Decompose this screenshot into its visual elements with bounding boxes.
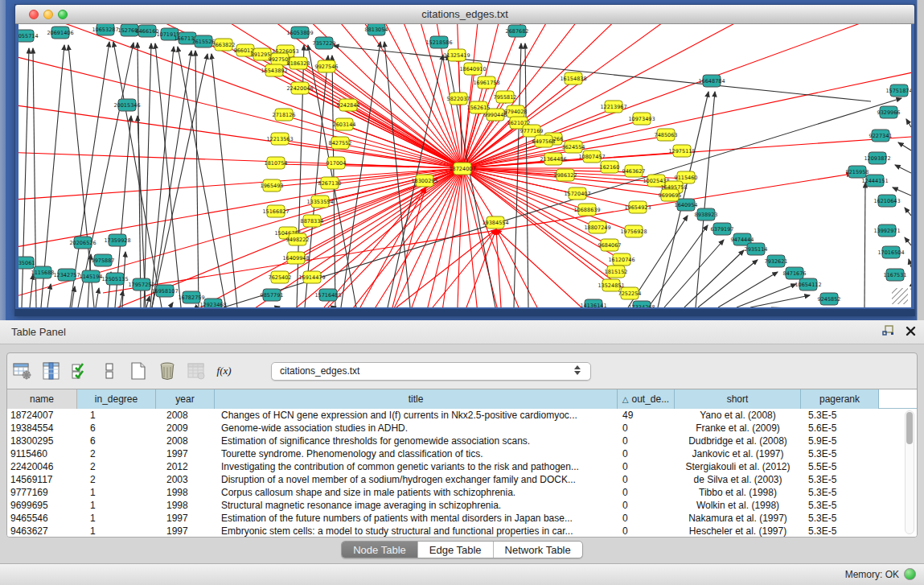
- table-row[interactable]: 1872400712008Changes of HCN gene express…: [7, 409, 917, 422]
- graph-node[interactable]: 5822037: [447, 93, 470, 105]
- graph-node[interactable]: 8427552: [329, 137, 352, 149]
- graph-node[interactable]: 15751874: [885, 84, 911, 97]
- graph-edge[interactable]: [433, 229, 496, 307]
- graph-node[interactable]: 19756928: [620, 225, 647, 237]
- graph-edge[interactable]: [277, 307, 280, 307]
- graph-node[interactable]: 21364486: [540, 153, 566, 165]
- graph-edge[interactable]: [152, 51, 191, 307]
- graph-edge[interactable]: [496, 229, 537, 307]
- graph-edge[interactable]: [155, 43, 181, 307]
- graph-node[interactable]: 1815152: [605, 266, 628, 278]
- graph-node[interactable]: 1145194: [80, 270, 103, 282]
- network-canvas[interactable]: 1405571420691406106532871527602646616010…: [18, 24, 911, 307]
- graph-edge[interactable]: [905, 208, 911, 216]
- graph-node[interactable]: 14136141: [580, 299, 606, 307]
- graph-node[interactable]: 8186328: [287, 57, 310, 69]
- graph-edge[interactable]: [750, 295, 810, 307]
- function-builder-icon[interactable]: f(x): [215, 360, 236, 381]
- table-row[interactable]: 2242004622012Investigating the contribut…: [7, 460, 917, 473]
- new-table-icon[interactable]: [128, 360, 149, 381]
- graph-node[interactable]: 16210643: [873, 195, 900, 207]
- graph-node[interactable]: 13992971: [873, 225, 900, 237]
- network-window-titlebar[interactable]: citations_edges.txt: [15, 5, 914, 24]
- graph-edge[interactable]: [72, 286, 75, 307]
- table-row[interactable]: 911546021997Tourette syndrome. Phenomeno…: [7, 447, 917, 460]
- graph-node[interactable]: 8215958: [846, 166, 869, 178]
- graph-node[interactable]: 15166827: [262, 205, 289, 217]
- graph-node[interactable]: 18807249: [584, 221, 610, 233]
- graph-node[interactable]: 9245852: [818, 293, 841, 305]
- graph-edge[interactable]: [78, 43, 133, 307]
- select-mode-icon[interactable]: [70, 360, 91, 381]
- graph-node[interactable]: 9699695: [659, 189, 682, 201]
- graph-edge[interactable]: [898, 142, 911, 150]
- graph-edge[interactable]: [392, 187, 425, 307]
- graph-node[interactable]: 7485063: [655, 129, 678, 141]
- graph-edge[interactable]: [496, 229, 501, 307]
- graph-edge[interactable]: [146, 296, 150, 307]
- graph-edge[interactable]: [211, 54, 237, 307]
- graph-node[interactable]: 8471676: [783, 267, 807, 279]
- graph-edge[interactable]: [96, 288, 99, 307]
- graph-node[interactable]: 19654923: [624, 201, 651, 213]
- tab-node-table[interactable]: Node Table: [342, 542, 418, 558]
- delete-table-icon[interactable]: [186, 360, 207, 381]
- column-header-name[interactable]: name: [7, 389, 77, 409]
- graph-node[interactable]: 2935114: [745, 243, 768, 255]
- graph-edge[interactable]: [906, 119, 911, 127]
- graph-node[interactable]: 20015346: [113, 99, 140, 111]
- graph-node[interactable]: 8813054: [365, 24, 388, 35]
- graph-node[interactable]: 1167531: [884, 269, 907, 281]
- table-row[interactable]: 1456911722003Disruption of a novel membe…: [7, 473, 917, 486]
- graph-node[interactable]: 14055714: [18, 30, 39, 42]
- graph-node[interactable]: 17334268: [628, 301, 655, 307]
- graph-node[interactable]: 10807457: [578, 150, 605, 163]
- graph-node[interactable]: 15218586: [425, 36, 452, 48]
- graph-node[interactable]: 2718126: [273, 109, 296, 121]
- graph-node[interactable]: 9329966: [877, 106, 901, 118]
- graph-edge[interactable]: [525, 43, 528, 307]
- graph-edge[interactable]: [144, 43, 151, 307]
- table-row[interactable]: 969969511998Structural magnetic resonanc…: [7, 499, 917, 512]
- graph-node[interactable]: 17016504: [877, 246, 904, 258]
- graph-edge[interactable]: [195, 51, 199, 307]
- column-header-in-degree[interactable]: in_degree: [77, 389, 156, 409]
- graph-node[interactable]: 12093872: [864, 152, 890, 164]
- graph-node[interactable]: 8938923: [695, 208, 718, 220]
- network-graph[interactable]: 1405571420691406106532871527602646616010…: [18, 24, 911, 307]
- graph-node[interactable]: 3624554: [562, 141, 585, 153]
- close-panel-icon[interactable]: [906, 325, 916, 340]
- graph-node[interactable]: 12975115: [668, 145, 695, 157]
- graph-node[interactable]: 2986322: [554, 169, 577, 181]
- graph-edge[interactable]: [648, 225, 708, 307]
- graph-node[interactable]: 7625402: [269, 271, 292, 283]
- graph-node[interactable]: 9498222: [286, 233, 310, 245]
- graph-edge[interactable]: [864, 183, 865, 307]
- graph-node[interactable]: 9227341: [869, 130, 893, 142]
- table-row[interactable]: 1938455462009Genome-wide association stu…: [7, 422, 917, 435]
- graph-node[interactable]: 16648784: [698, 75, 725, 87]
- graph-edge[interactable]: [421, 168, 462, 307]
- float-panel-icon[interactable]: [882, 325, 894, 340]
- graph-node[interactable]: 9975887: [92, 254, 115, 266]
- graph-node[interactable]: 9857791: [261, 289, 284, 301]
- graph-node[interactable]: 16154838: [560, 72, 586, 84]
- graph-node[interactable]: 6466160: [136, 25, 159, 37]
- graph-node[interactable]: 1810754: [265, 157, 288, 169]
- column-header-title[interactable]: title: [215, 389, 618, 409]
- graph-node[interactable]: 7955812: [494, 91, 517, 103]
- graph-node[interactable]: 15716485: [314, 289, 341, 301]
- graph-node[interactable]: 1562615: [467, 101, 491, 113]
- graph-node[interactable]: 6794028: [504, 105, 528, 117]
- column-header-pagerank[interactable]: pagerank: [801, 389, 879, 409]
- graph-node[interactable]: 2687682: [506, 25, 529, 37]
- graph-node[interactable]: 7357229: [313, 37, 336, 49]
- table-selector-dropdown[interactable]: citations_edges.txt: [271, 362, 591, 381]
- graph-edge[interactable]: [334, 46, 871, 101]
- table-row[interactable]: 1830029562008Estimation of significance …: [7, 435, 917, 447]
- delete-column-icon[interactable]: [157, 360, 178, 381]
- table-row[interactable]: 946362711997Embryonic stem cells: a mode…: [7, 525, 917, 538]
- tab-edge-table[interactable]: Edge Table: [418, 542, 494, 558]
- graph-node[interactable]: 12213967: [600, 101, 626, 113]
- tab-network-table[interactable]: Network Table: [494, 542, 582, 558]
